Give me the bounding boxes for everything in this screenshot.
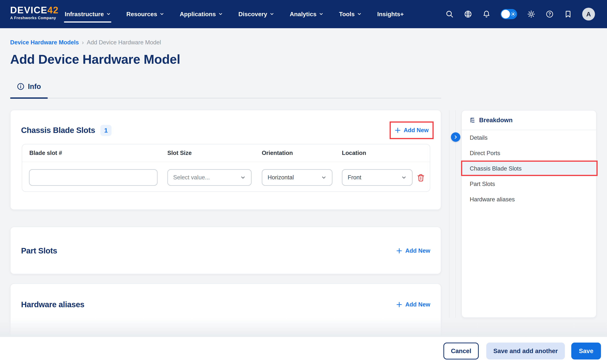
- chevron-down-icon: [240, 175, 246, 180]
- breadcrumb-current: Add Device Hardware Model: [87, 39, 161, 46]
- plus-icon: [396, 302, 402, 308]
- top-navbar: DEVICE42 A Freshworks Company Infrastruc…: [0, 0, 607, 28]
- breakdown-header: Breakdown: [469, 111, 513, 130]
- nav-infrastructure[interactable]: Infrastructure: [65, 11, 111, 18]
- col-header-location: Location: [342, 144, 366, 162]
- breakdown-items: Details Direct Ports Chassis Blade Slots…: [462, 130, 596, 207]
- main-menu: Infrastructure Resources Applications Di…: [65, 0, 404, 28]
- orientation-select[interactable]: Horizontal: [262, 169, 333, 186]
- part-slots-add-new-button[interactable]: Add New: [396, 247, 430, 254]
- gear-icon[interactable]: [527, 10, 536, 18]
- location-select[interactable]: Front: [342, 169, 413, 186]
- nav-tools[interactable]: Tools: [339, 11, 362, 18]
- toggle-knob: [501, 10, 510, 18]
- page: DEVICE42 A Freshworks Company Infrastruc…: [0, 0, 607, 364]
- hardware-aliases-card: Hardware aliases Add New: [10, 284, 441, 344]
- chassis-card-header: Chassis Blade Slots 1: [21, 121, 112, 139]
- bell-icon[interactable]: [482, 10, 491, 18]
- tab-info[interactable]: Info: [10, 80, 48, 93]
- page-title: Add Device Hardware Model: [10, 52, 180, 66]
- breadcrumb: Device Hardware Models › Add Device Hard…: [10, 39, 161, 46]
- chassis-add-new-button[interactable]: Add New: [390, 121, 434, 139]
- chevron-down-icon: [401, 175, 407, 180]
- help-icon[interactable]: ?: [545, 10, 554, 18]
- save-and-add-another-button[interactable]: Save and add another: [486, 343, 565, 360]
- avatar[interactable]: A: [582, 8, 595, 21]
- sidebar-collapse-button[interactable]: [451, 132, 460, 142]
- col-header-slot-size: Slot Size: [167, 144, 192, 162]
- bookmark-icon[interactable]: [564, 10, 572, 18]
- theme-toggle[interactable]: [501, 9, 517, 19]
- tab-active-underline: [10, 97, 48, 99]
- breakdown-tree-icon: [469, 117, 476, 123]
- footer-bar: Cancel Save and add another Save: [0, 337, 607, 364]
- part-slots-card: Part Slots Add New: [10, 227, 441, 274]
- nav-discovery[interactable]: Discovery: [238, 11, 274, 18]
- breadcrumb-separator: ›: [82, 39, 84, 46]
- part-slots-title: Part Slots: [21, 246, 57, 255]
- sidebar-item-details[interactable]: Details: [462, 130, 596, 145]
- logo-tagline: A Freshworks Company: [10, 16, 59, 20]
- svg-text:?: ?: [548, 12, 551, 16]
- blade-slot-input[interactable]: [29, 169, 158, 186]
- slot-size-select[interactable]: Select value...: [167, 169, 252, 186]
- col-header-blade-slot: Blade slot #: [29, 144, 62, 162]
- plus-icon: [396, 248, 402, 254]
- chassis-blade-slots-card: Chassis Blade Slots 1 Add New Blade slot…: [10, 110, 441, 210]
- plus-icon: [395, 127, 401, 133]
- chevron-down-icon: [270, 12, 274, 16]
- nav-applications[interactable]: Applications: [180, 11, 223, 18]
- tab-info-label: Info: [28, 83, 41, 91]
- info-icon: [17, 83, 25, 90]
- tab-separator-line: [10, 98, 441, 99]
- breakdown-sidebar: Breakdown Details Direct Ports Chassis B…: [462, 110, 596, 318]
- hardware-aliases-add-new-button[interactable]: Add New: [396, 301, 430, 308]
- sidebar-item-direct-ports[interactable]: Direct Ports: [462, 145, 596, 161]
- sidebar-item-hardware-aliases[interactable]: Hardware aliases: [462, 192, 596, 207]
- save-button[interactable]: Save: [571, 343, 601, 360]
- globe-icon[interactable]: [464, 10, 472, 18]
- hardware-aliases-title: Hardware aliases: [21, 300, 84, 309]
- chevron-down-icon: [321, 175, 327, 180]
- sidebar-item-part-slots[interactable]: Part Slots: [462, 176, 596, 192]
- search-icon[interactable]: [445, 10, 454, 18]
- delete-row-trash-icon[interactable]: [416, 173, 425, 182]
- chevron-down-icon: [106, 12, 111, 16]
- cancel-button[interactable]: Cancel: [443, 343, 479, 360]
- sidebar-item-chassis-blade-slots[interactable]: Chassis Blade Slots: [462, 161, 596, 176]
- breadcrumb-parent-link[interactable]: Device Hardware Models: [10, 39, 79, 46]
- chevron-down-icon: [160, 12, 164, 16]
- nav-insights[interactable]: Insights+: [377, 11, 404, 18]
- content-divider-line: [449, 110, 449, 318]
- chassis-card-title: Chassis Blade Slots: [21, 126, 95, 135]
- logo[interactable]: DEVICE42 A Freshworks Company: [10, 5, 59, 20]
- blade-slots-table: Blade slot # Slot Size Orientation Locat…: [22, 144, 430, 192]
- chevron-down-icon: [357, 12, 362, 16]
- chevron-right-icon: [453, 134, 458, 140]
- chevron-down-icon: [219, 12, 223, 16]
- table-header-divider: [22, 162, 430, 162]
- logo-accent: 42: [47, 5, 59, 15]
- navbar-actions: ? A: [445, 0, 595, 28]
- logo-brand: DEVICE: [10, 5, 47, 15]
- nav-analytics[interactable]: Analytics: [290, 11, 323, 18]
- hardware-aliases-header: Hardware aliases Add New: [21, 299, 430, 310]
- chassis-count-badge: 1: [100, 125, 112, 136]
- chevron-down-icon: [319, 12, 323, 16]
- part-slots-header: Part Slots Add New: [21, 227, 430, 274]
- nav-resources[interactable]: Resources: [126, 11, 164, 18]
- sun-icon: [511, 12, 516, 16]
- col-header-orientation: Orientation: [262, 144, 293, 162]
